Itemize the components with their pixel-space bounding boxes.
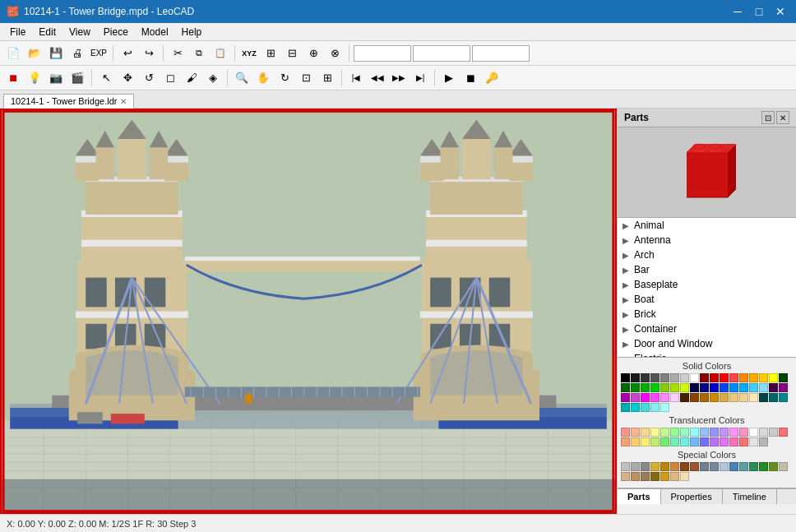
solid-color-swatch-22[interactable] xyxy=(670,383,679,392)
hide-button[interactable]: ◈ xyxy=(203,68,223,88)
menu-item-model[interactable]: Model xyxy=(135,25,175,39)
copy-button[interactable]: ⧉ xyxy=(189,44,209,63)
rotate-tool-button[interactable]: ↺ xyxy=(139,68,159,88)
special-color-swatch-0[interactable] xyxy=(621,462,630,471)
solid-color-swatch-13[interactable] xyxy=(749,373,758,382)
solid-color-swatch-34[interactable] xyxy=(621,393,630,402)
solid-color-swatch-0[interactable] xyxy=(621,373,630,382)
solid-color-swatch-43[interactable] xyxy=(710,393,719,402)
translucent-color-swatch-18[interactable] xyxy=(631,437,640,446)
translucent-color-swatch-24[interactable] xyxy=(690,437,699,446)
solid-color-swatch-10[interactable] xyxy=(720,373,729,382)
solid-color-swatch-5[interactable] xyxy=(670,373,679,382)
translucent-color-swatch-3[interactable] xyxy=(650,428,659,437)
paint-tool-button[interactable]: 🖌 xyxy=(182,68,201,88)
special-color-swatch-7[interactable] xyxy=(690,462,699,471)
special-color-swatch-13[interactable] xyxy=(749,462,758,471)
translucent-color-swatch-15[interactable] xyxy=(769,428,778,437)
insert-piece-button[interactable]: ■ xyxy=(3,68,23,88)
special-color-swatch-9[interactable] xyxy=(710,462,719,471)
properties-tab[interactable]: Properties xyxy=(661,489,723,504)
solid-color-swatch-12[interactable] xyxy=(739,373,748,382)
solid-color-swatch-41[interactable] xyxy=(690,393,699,402)
insert-light-button[interactable]: 💡 xyxy=(25,68,44,88)
translucent-color-swatch-14[interactable] xyxy=(759,428,768,437)
translucent-color-swatch-1[interactable] xyxy=(631,428,640,437)
play-button[interactable]: ▶ xyxy=(439,68,459,88)
select-tool-button[interactable]: ↖ xyxy=(96,68,116,88)
undo-button[interactable]: ↩ xyxy=(118,44,137,63)
search-input-1[interactable] xyxy=(354,45,411,62)
solid-color-swatch-14[interactable] xyxy=(759,373,768,382)
menu-item-piece[interactable]: Piece xyxy=(97,25,135,39)
translucent-color-swatch-21[interactable] xyxy=(660,437,669,446)
minimize-button[interactable]: ─ xyxy=(729,2,747,21)
translucent-color-swatch-25[interactable] xyxy=(700,437,709,446)
render-button[interactable]: 🎬 xyxy=(67,68,87,88)
solid-color-swatch-55[interactable] xyxy=(660,403,669,412)
translucent-color-swatch-9[interactable] xyxy=(710,428,719,437)
solid-color-swatch-47[interactable] xyxy=(749,393,758,402)
solid-color-swatch-11[interactable] xyxy=(729,373,738,382)
zoom-in-button[interactable]: 🔍 xyxy=(232,68,252,88)
search-input-3[interactable] xyxy=(472,45,530,62)
special-color-swatch-4[interactable] xyxy=(660,462,669,471)
last-step-button[interactable]: ▶| xyxy=(410,68,430,88)
zoom-extent-button[interactable]: ⊞ xyxy=(317,68,337,88)
special-color-swatch-5[interactable] xyxy=(670,462,679,471)
solid-color-swatch-31[interactable] xyxy=(759,383,768,392)
category-door-window[interactable]: ▶ Door and Window xyxy=(618,336,796,351)
category-arch[interactable]: ▶ Arch xyxy=(618,247,796,262)
stop-button[interactable]: ◼ xyxy=(460,68,480,88)
special-color-swatch-14[interactable] xyxy=(759,462,768,471)
special-color-swatch-21[interactable] xyxy=(660,472,669,481)
category-antenna[interactable]: ▶ Antenna xyxy=(618,233,796,247)
solid-color-swatch-9[interactable] xyxy=(710,373,719,382)
translucent-color-swatch-2[interactable] xyxy=(641,428,650,437)
cut-button[interactable]: ✂ xyxy=(168,44,187,63)
category-brick[interactable]: ▶ Brick xyxy=(618,307,796,322)
translucent-color-swatch-0[interactable] xyxy=(621,428,630,437)
solid-color-swatch-54[interactable] xyxy=(650,403,659,412)
solid-color-swatch-40[interactable] xyxy=(680,393,689,402)
menu-item-edit[interactable]: Edit xyxy=(32,25,62,39)
translucent-color-swatch-8[interactable] xyxy=(700,428,709,437)
solid-color-swatch-28[interactable] xyxy=(729,383,738,392)
translucent-color-swatch-17[interactable] xyxy=(621,437,630,446)
solid-color-swatch-30[interactable] xyxy=(749,383,758,392)
translucent-color-swatch-26[interactable] xyxy=(710,437,719,446)
special-color-swatch-22[interactable] xyxy=(670,472,679,481)
translucent-color-swatch-12[interactable] xyxy=(739,428,748,437)
snap3-button[interactable]: ⊗ xyxy=(325,44,345,63)
special-color-swatch-8[interactable] xyxy=(700,462,709,471)
close-button[interactable]: ✕ xyxy=(771,2,789,21)
solid-color-swatch-25[interactable] xyxy=(700,383,709,392)
category-baseplate[interactable]: ▶ Baseplate xyxy=(618,277,796,292)
next-step-button[interactable]: ▶▶ xyxy=(389,68,409,88)
solid-color-swatch-53[interactable] xyxy=(641,403,650,412)
translucent-color-swatch-23[interactable] xyxy=(680,437,689,446)
orbit-button[interactable]: ↻ xyxy=(275,68,294,88)
zoom-fit-button[interactable]: ⊡ xyxy=(296,68,316,88)
new-button[interactable]: 📄 xyxy=(3,44,23,63)
translucent-color-swatch-19[interactable] xyxy=(641,437,650,446)
solid-color-swatch-3[interactable] xyxy=(650,373,659,382)
menu-item-help[interactable]: Help xyxy=(175,25,209,39)
solid-color-swatch-29[interactable] xyxy=(739,383,748,392)
solid-color-swatch-45[interactable] xyxy=(729,393,738,402)
special-color-swatch-10[interactable] xyxy=(720,462,729,471)
special-color-swatch-1[interactable] xyxy=(631,462,640,471)
parts-close-button[interactable]: ✕ xyxy=(776,111,789,124)
translucent-color-swatch-27[interactable] xyxy=(720,437,729,446)
translucent-color-swatch-13[interactable] xyxy=(749,428,758,437)
translucent-color-swatch-7[interactable] xyxy=(690,428,699,437)
paste-button[interactable]: 📋 xyxy=(211,44,230,63)
solid-color-swatch-39[interactable] xyxy=(670,393,679,402)
solid-color-swatch-33[interactable] xyxy=(779,383,788,392)
translucent-color-swatch-6[interactable] xyxy=(680,428,689,437)
menu-item-view[interactable]: View xyxy=(62,25,97,39)
transform-button[interactable]: XYZ xyxy=(239,44,259,63)
print-button[interactable]: 🖨 xyxy=(67,44,87,63)
special-color-swatch-23[interactable] xyxy=(680,472,689,481)
solid-color-swatch-7[interactable] xyxy=(690,373,699,382)
